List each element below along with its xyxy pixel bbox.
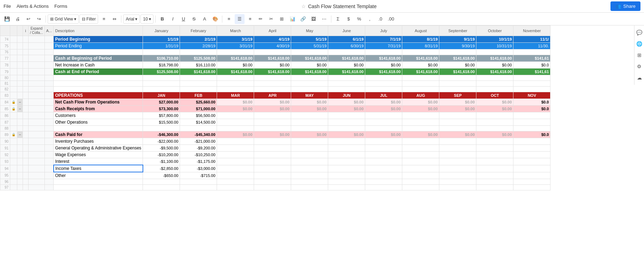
desc-cell[interactable]: Other — [54, 172, 143, 179]
desc-cell[interactable]: Inventory Purchases — [54, 138, 143, 145]
toolbar: 💾 🖨 ↩ ↪ ⊞ Grid View ▾ ⊟ Filter ≡ ⇔ Arial… — [0, 13, 644, 25]
text-color-button[interactable]: A — [200, 14, 210, 24]
comma-button[interactable]: , — [365, 14, 375, 24]
toolbar-sep-1 — [46, 16, 46, 23]
desc-cell[interactable]: General Operating & Administrative Expen… — [54, 145, 143, 152]
table-row: 76 — [0, 49, 550, 55]
table-row: 86Customers$57,800.00$56,500.00 — [0, 112, 550, 119]
menu-alerts[interactable]: Alerts & Actions — [17, 4, 49, 9]
more-button[interactable]: ⋯ — [319, 14, 329, 24]
fill-color-button[interactable]: 🎨 — [210, 14, 220, 24]
desc-cell[interactable]: Other Operations — [54, 119, 143, 126]
title-area: ☆ Cash Flow Statement Template — [301, 4, 377, 9]
table-row: 92Wage Expenses-$10,200.00-$10,250.00 — [0, 152, 550, 158]
col-header-aug: August — [402, 26, 439, 36]
sidebar-grid-icon[interactable]: ⊞ — [635, 51, 644, 59]
print-button[interactable]: 🖨 — [13, 14, 23, 24]
percent-button[interactable]: % — [354, 14, 364, 24]
filter-icon: ⊟ — [82, 17, 85, 22]
table-row: 78Net Increase in Cash$18,798.00$16,110.… — [0, 62, 550, 69]
decimal-button[interactable]: .0 — [375, 14, 385, 24]
highlight-button[interactable]: ✏ — [256, 14, 266, 24]
sheet-title: Cash Flow Statement Template — [308, 4, 377, 9]
col-width-button[interactable]: ⇔ — [109, 14, 119, 24]
sidebar-globe-icon[interactable]: 🌐 — [635, 40, 644, 48]
desc-cell[interactable]: Cash at End of Period — [54, 69, 143, 75]
font-selector[interactable]: Arial ▾ — [123, 14, 140, 24]
table-row: 80 — [0, 75, 550, 81]
sidebar-chat-icon[interactable]: 💬 — [635, 28, 644, 37]
bold-button[interactable]: B — [157, 14, 167, 24]
table-row: 88 — [0, 126, 550, 131]
top-bar-left: File Alerts & Actions Forms — [4, 4, 67, 9]
link-cut-button[interactable]: ✂ — [266, 14, 276, 24]
sidebar-settings-icon[interactable]: ⚙ — [635, 62, 644, 71]
chart-button[interactable]: 📊 — [288, 14, 297, 24]
font-size-selector[interactable]: 10 ▾ — [140, 14, 153, 24]
scroll-area[interactable]: i Expand/ Colla... A... Description Janu… — [0, 25, 644, 272]
table-row: 85🔒−Cash Receipts from$73,300.00$71,000.… — [0, 106, 550, 112]
desc-cell[interactable]: OPERATIONS — [54, 92, 143, 99]
col-header-info: i — [23, 26, 29, 36]
table-row: 77Cash at Beginning of Period$106,710.00… — [0, 55, 550, 62]
sum-button[interactable]: Σ — [333, 14, 343, 24]
dollar-button[interactable]: $ — [344, 14, 354, 24]
desc-cell[interactable]: Period Beginning — [54, 36, 143, 43]
table-row: 82 — [0, 87, 550, 92]
desc-cell[interactable]: Net Increase in Cash — [54, 62, 143, 69]
table-row: 83OPERATIONSJANFEBMARAPRMAYJUNJULAUGSEPO… — [0, 92, 550, 99]
italic-button[interactable]: I — [168, 14, 178, 24]
table-button[interactable]: ⊞ — [277, 14, 287, 24]
desc-cell[interactable]: Wage Expenses — [54, 152, 143, 158]
menu-forms[interactable]: Forms — [54, 4, 67, 9]
grid-view-button[interactable]: ⊞ Grid View ▾ — [48, 14, 79, 24]
col-header-jan: January — [143, 26, 180, 36]
col-header-apr: April — [254, 26, 291, 36]
table-row: 75Period Ending1/31/192/28/193/31/194/30… — [0, 43, 550, 49]
filter-button[interactable]: ⊟ Filter — [79, 14, 98, 24]
table-row: 81 — [0, 81, 550, 87]
main-table: i Expand/ Colla... A... Description Janu… — [0, 25, 550, 190]
desc-cell[interactable]: Interest — [54, 158, 143, 165]
align-left-button[interactable]: ≡ — [224, 14, 234, 24]
align-center-button[interactable]: ☰ — [235, 14, 245, 24]
underline-button[interactable]: U — [179, 14, 188, 24]
table-row: 79Cash at End of Period$125,508.00$141,6… — [0, 69, 550, 75]
align-right-button[interactable]: ≡ — [245, 14, 255, 24]
column-header-row: i Expand/ Colla... A... Description Janu… — [0, 26, 550, 36]
col-header-rownum — [0, 26, 10, 36]
dropdown-icon: ▾ — [74, 17, 76, 22]
star-icon[interactable]: ☆ — [301, 4, 306, 9]
save-button[interactable]: 💾 — [2, 14, 12, 24]
image-button[interactable]: 🖼 — [309, 14, 319, 24]
grid-icon: ⊞ — [50, 17, 54, 22]
hyperlink-button[interactable]: 🔗 — [298, 14, 308, 24]
desc-cell[interactable]: Cash at Beginning of Period — [54, 55, 143, 62]
desc-cell[interactable]: Customers — [54, 112, 143, 119]
share-icon: 👥 — [615, 4, 621, 9]
redo-button[interactable]: ↪ — [34, 14, 44, 24]
undo-button[interactable]: ↩ — [23, 14, 33, 24]
menu-file[interactable]: File — [4, 4, 11, 9]
col-header-nov: November — [513, 26, 550, 36]
table-row: 87Other Operations$15,500.00$14,500.00 — [0, 119, 550, 126]
desc-cell[interactable]: Cash Paid for — [54, 131, 143, 138]
table-row: 89🔒−Cash Paid for-$46,300.00-$45,340.00$… — [0, 131, 550, 138]
desc-cell[interactable]: Period Ending — [54, 43, 143, 49]
table-row: 95Other-$650.00-$715.00 — [0, 172, 550, 179]
desc-cell[interactable]: Cash Receipts from — [54, 106, 143, 112]
desc-cell[interactable]: Income Taxes — [54, 165, 143, 172]
col-header-oct: October — [476, 26, 513, 36]
share-button[interactable]: 👥 Share — [610, 1, 640, 11]
right-sidebar: 💬 🌐 ⊞ ⚙ ☁ — [634, 25, 644, 85]
decimal2-button[interactable]: .00 — [386, 14, 396, 24]
desc-cell[interactable]: Net Cash Flow From Operations — [54, 99, 143, 106]
row-height-button[interactable]: ≡ — [99, 14, 109, 24]
col-header-desc: Description — [54, 26, 143, 36]
col-header-sep: September — [439, 26, 476, 36]
col-header-may: May — [291, 26, 328, 36]
table-row: 93Interest-$1,100.00-$1,175.00 — [0, 158, 550, 165]
strikethrough-button[interactable]: S — [189, 14, 199, 24]
toolbar-sep-2 — [121, 16, 121, 23]
sidebar-cloud-icon[interactable]: ☁ — [635, 73, 644, 82]
